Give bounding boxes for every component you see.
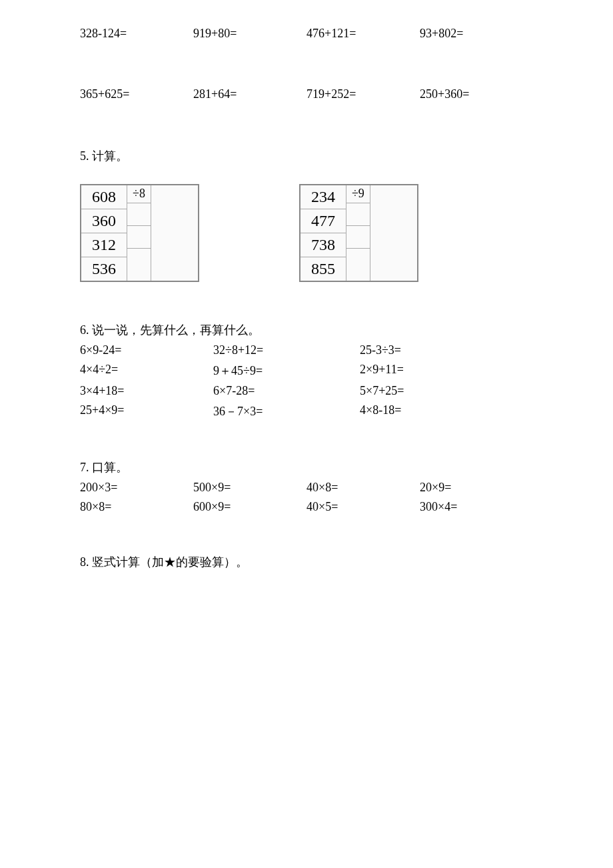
table-cell: 608 xyxy=(81,185,127,209)
blank-cell xyxy=(346,203,370,226)
expr: 4×8-18= xyxy=(360,403,533,419)
operator-label: ÷9 xyxy=(346,185,370,203)
calc-table-2: 234 477 738 855 ÷9 xyxy=(299,184,418,282)
table-cell: 360 xyxy=(81,209,127,233)
expr: 25+4×9= xyxy=(80,403,213,419)
table-cell: 477 xyxy=(301,209,346,233)
expr: 36－7×3= xyxy=(213,403,360,419)
table-cell: 738 xyxy=(301,233,346,257)
expr: 328-124= xyxy=(80,27,193,41)
expr: 2×9+11= xyxy=(360,363,533,379)
expr: 365+625= xyxy=(80,87,193,101)
table-cell: 536 xyxy=(81,257,127,281)
table-cell: 855 xyxy=(301,257,346,281)
calc-table-1: 608 360 312 536 ÷8 xyxy=(80,184,199,282)
blank-cell xyxy=(346,226,370,249)
expr: 25-3÷3= xyxy=(360,343,533,357)
q8-title: 8. 竖式计算（加★的要验算）。 xyxy=(80,554,533,570)
expr: 40×5= xyxy=(306,500,420,514)
expr: 719+252= xyxy=(306,87,420,101)
expr: 4×4÷2= xyxy=(80,363,213,379)
expr: 80×8= xyxy=(80,500,193,514)
expr: 250+360= xyxy=(420,87,533,101)
blank-cell xyxy=(127,203,151,226)
blank-cell xyxy=(127,249,151,266)
q5-tables: 608 360 312 536 ÷8 234 477 738 855 ÷9 xyxy=(80,184,533,282)
q5-title: 5. 计算。 xyxy=(80,148,533,164)
result-col xyxy=(370,185,417,281)
result-col xyxy=(151,185,198,281)
expr: 919+80= xyxy=(193,27,306,41)
expr: 6×7-28= xyxy=(213,384,360,398)
expr: 40×8= xyxy=(306,481,420,495)
expr: 20×9= xyxy=(420,481,533,495)
table-cell: 312 xyxy=(81,233,127,257)
q7-title: 7. 口算。 xyxy=(80,459,533,475)
expr: 600×9= xyxy=(193,500,306,514)
expr: 200×3= xyxy=(80,481,193,495)
expr: 6×9-24= xyxy=(80,343,213,357)
expr: 32÷8+12= xyxy=(213,343,360,357)
expr: 500×9= xyxy=(193,481,306,495)
top-row-1: 328-124= 919+80= 476+121= 93+802= xyxy=(80,27,533,41)
expr: 9＋45÷9= xyxy=(213,363,360,379)
blank-cell xyxy=(346,249,370,266)
expr: 3×4+18= xyxy=(80,384,213,398)
expr: 476+121= xyxy=(306,27,420,41)
blank-cell xyxy=(127,226,151,249)
expr: 281+64= xyxy=(193,87,306,101)
expr: 5×7+25= xyxy=(360,384,533,398)
table-cell: 234 xyxy=(301,185,346,209)
expr: 300×4= xyxy=(420,500,533,514)
q6-block: 6×9-24= 32÷8+12= 25-3÷3= 4×4÷2= 9＋45÷9= … xyxy=(80,343,533,419)
top-row-2: 365+625= 281+64= 719+252= 250+360= xyxy=(80,87,533,101)
q7-block: 200×3= 500×9= 40×8= 20×9= 80×8= 600×9= 4… xyxy=(80,481,533,514)
q6-title: 6. 说一说，先算什么，再算什么。 xyxy=(80,322,533,338)
operator-label: ÷8 xyxy=(127,185,151,203)
expr: 93+802= xyxy=(420,27,533,41)
